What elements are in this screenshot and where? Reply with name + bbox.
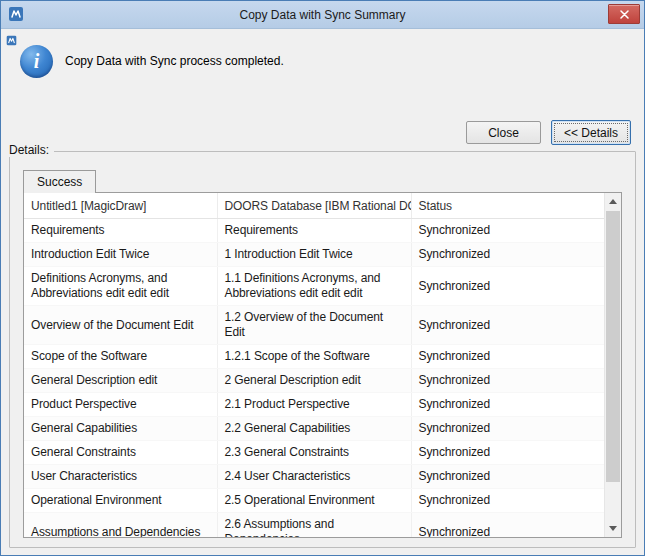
- cell-magicdraw[interactable]: Introduction Edit Twice: [24, 243, 217, 267]
- info-icon: i: [20, 45, 53, 78]
- table-row[interactable]: General Capabilities 2.2 General Capabil…: [24, 417, 604, 441]
- cell-magicdraw[interactable]: Product Perspective: [24, 393, 217, 417]
- cell-status[interactable]: Synchronized: [411, 267, 604, 306]
- cell-status[interactable]: Synchronized: [411, 369, 604, 393]
- cell-doors[interactable]: 2 General Description edit: [217, 369, 411, 393]
- sync-results-table-wrap: Untitled1 [MagicDraw] DOORS Database [IB…: [24, 193, 621, 537]
- cell-status[interactable]: Synchronized: [411, 393, 604, 417]
- column-header-status[interactable]: Status: [411, 193, 604, 219]
- button-row: Close << Details: [466, 120, 631, 145]
- details-toggle-button[interactable]: << Details: [551, 120, 631, 145]
- table-header-row: Untitled1 [MagicDraw] DOORS Database [IB…: [24, 193, 604, 219]
- cell-magicdraw[interactable]: Definitions Acronyms, and Abbreviations …: [24, 267, 217, 306]
- cell-magicdraw[interactable]: Requirements: [24, 219, 217, 243]
- close-button[interactable]: Close: [466, 121, 541, 144]
- cell-magicdraw[interactable]: Operational Environment: [24, 489, 217, 513]
- details-label: Details:: [9, 143, 54, 157]
- table-row[interactable]: Overview of the Document Edit 1.2 Overvi…: [24, 306, 604, 345]
- cell-doors[interactable]: 2.6 Assumptions and Dependencies: [217, 513, 411, 538]
- app-icon-small: [6, 32, 17, 43]
- close-icon: [620, 7, 629, 22]
- table-row[interactable]: Scope of the Software 1.2.1 Scope of the…: [24, 345, 604, 369]
- cell-magicdraw[interactable]: Assumptions and Dependencies: [24, 513, 217, 538]
- cell-status[interactable]: Synchronized: [411, 489, 604, 513]
- cell-doors[interactable]: Requirements: [217, 219, 411, 243]
- message-area: i Copy Data with Sync process completed.: [20, 45, 284, 78]
- cell-magicdraw[interactable]: Overview of the Document Edit: [24, 306, 217, 345]
- scroll-down-button[interactable]: [605, 520, 621, 537]
- cell-status[interactable]: Synchronized: [411, 441, 604, 465]
- scroll-up-button[interactable]: [605, 193, 621, 210]
- sync-results-table: Untitled1 [MagicDraw] DOORS Database [IB…: [24, 193, 604, 537]
- table-row[interactable]: Assumptions and Dependencies 2.6 Assumpt…: [24, 513, 604, 538]
- close-window-button[interactable]: [608, 4, 640, 24]
- titlebar[interactable]: Copy Data with Sync Summary: [1, 1, 644, 29]
- cell-status[interactable]: Synchronized: [411, 243, 604, 267]
- cell-magicdraw[interactable]: General Capabilities: [24, 417, 217, 441]
- details-section: Details: Success Untitled1 [MagicDraw] D…: [9, 144, 636, 548]
- scroll-up-icon: [609, 199, 617, 204]
- message-text: Copy Data with Sync process completed.: [65, 54, 284, 68]
- table-row[interactable]: General Description edit 2 General Descr…: [24, 369, 604, 393]
- window-title: Copy Data with Sync Summary: [1, 8, 644, 22]
- success-tab-pane: Untitled1 [MagicDraw] DOORS Database [IB…: [23, 192, 622, 538]
- scroll-down-icon: [609, 526, 617, 531]
- cell-doors[interactable]: 1.1 Definitions Acronyms, and Abbreviati…: [217, 267, 411, 306]
- cell-doors[interactable]: 2.4 User Characteristics: [217, 465, 411, 489]
- column-header-magicdraw[interactable]: Untitled1 [MagicDraw]: [24, 193, 217, 219]
- scrollbar-thumb[interactable]: [606, 211, 620, 482]
- table-row[interactable]: Requirements Requirements Synchronized: [24, 219, 604, 243]
- cell-magicdraw[interactable]: General Description edit: [24, 369, 217, 393]
- column-header-doors[interactable]: DOORS Database [IBM Rational DO...: [217, 193, 411, 219]
- cell-magicdraw[interactable]: Scope of the Software: [24, 345, 217, 369]
- cell-doors[interactable]: 2.1 Product Perspective: [217, 393, 411, 417]
- cell-magicdraw[interactable]: General Constraints: [24, 441, 217, 465]
- cell-status[interactable]: Synchronized: [411, 513, 604, 538]
- app-icon: [8, 6, 24, 22]
- cell-doors[interactable]: 1.2 Overview of the Document Edit: [217, 306, 411, 345]
- table-row[interactable]: User Characteristics 2.4 User Characteri…: [24, 465, 604, 489]
- copy-data-sync-summary-dialog: Copy Data with Sync Summary i Copy Data …: [0, 0, 645, 556]
- table-row[interactable]: General Constraints 2.3 General Constrai…: [24, 441, 604, 465]
- cell-doors[interactable]: 2.2 General Capabilities: [217, 417, 411, 441]
- table-row[interactable]: Operational Environment 2.5 Operational …: [24, 489, 604, 513]
- cell-doors[interactable]: 1.2.1 Scope of the Software: [217, 345, 411, 369]
- vertical-scrollbar[interactable]: [604, 193, 621, 537]
- cell-doors[interactable]: 2.3 General Constraints: [217, 441, 411, 465]
- table-row[interactable]: Introduction Edit Twice 1 Introduction E…: [24, 243, 604, 267]
- cell-status[interactable]: Synchronized: [411, 219, 604, 243]
- cell-status[interactable]: Synchronized: [411, 417, 604, 441]
- cell-status[interactable]: Synchronized: [411, 465, 604, 489]
- cell-status[interactable]: Synchronized: [411, 345, 604, 369]
- tab-success[interactable]: Success: [23, 170, 96, 193]
- table-row[interactable]: Definitions Acronyms, and Abbreviations …: [24, 267, 604, 306]
- cell-doors[interactable]: 1 Introduction Edit Twice: [217, 243, 411, 267]
- table-row[interactable]: Product Perspective 2.1 Product Perspect…: [24, 393, 604, 417]
- cell-doors[interactable]: 2.5 Operational Environment: [217, 489, 411, 513]
- cell-status[interactable]: Synchronized: [411, 306, 604, 345]
- cell-magicdraw[interactable]: User Characteristics: [24, 465, 217, 489]
